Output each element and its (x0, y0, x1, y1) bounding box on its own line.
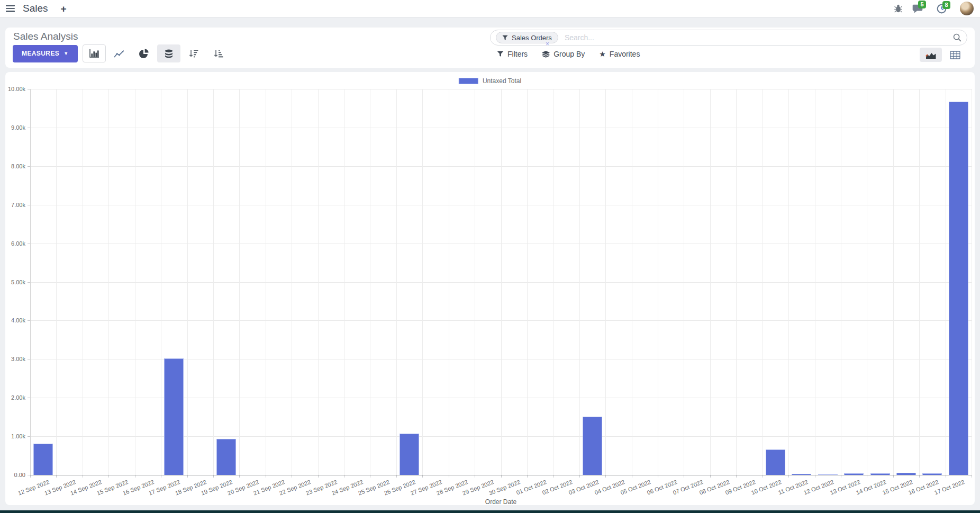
x-gridline (736, 89, 737, 475)
navbar-right: 5 8 (894, 2, 974, 15)
bar-chart-button[interactable] (83, 44, 106, 62)
x-gridline (161, 89, 161, 475)
x-gridline (841, 89, 841, 475)
x-gridline (83, 89, 83, 475)
search-bar[interactable]: Sales Orders × (490, 30, 967, 46)
x-gridline (266, 89, 266, 475)
database-icon (165, 49, 173, 58)
bug-icon[interactable] (894, 4, 902, 13)
x-gridline (422, 89, 423, 475)
pivot-table-icon (950, 51, 960, 59)
x-gridline (946, 89, 946, 475)
bar-chart-plot: 0.001.00k2.00k3.00k4.00k5.00k6.00k7.00k8… (5, 72, 975, 505)
y-axis-label: 2.00k (5, 394, 25, 401)
area-chart-icon (925, 51, 937, 59)
x-gridline (579, 89, 580, 475)
x-gridline (893, 89, 894, 475)
top-navbar: Sales + 5 8 (0, 0, 980, 17)
x-gridline (815, 89, 815, 475)
messages-count-badge: 5 (918, 1, 926, 8)
sort-ascending-button[interactable] (207, 44, 230, 62)
bottom-edge-strip (0, 510, 980, 513)
y-axis-label: 7.00k (5, 202, 25, 208)
sort-descending-button[interactable] (182, 44, 205, 62)
x-gridline (370, 89, 370, 475)
x-gridline (763, 89, 763, 475)
bar[interactable] (216, 439, 236, 475)
group-by-label: Group By (553, 50, 585, 58)
y-axis-label: 10.00k (5, 86, 25, 92)
bar[interactable] (164, 358, 184, 475)
filters-label: Filters (507, 50, 528, 58)
line-chart-icon (114, 50, 124, 58)
measures-label: MEASURES (22, 50, 59, 57)
x-gridline (553, 89, 553, 475)
filters-button[interactable]: Filters (497, 50, 528, 58)
bar[interactable] (896, 473, 916, 475)
x-gridline (919, 89, 920, 475)
bar[interactable] (766, 449, 785, 475)
bar[interactable] (33, 444, 53, 475)
bar[interactable] (400, 434, 419, 475)
stacked-toggle-button[interactable] (157, 44, 180, 62)
y-axis-label: 3.00k (5, 356, 25, 362)
y-axis-label: 1.00k (5, 433, 25, 439)
y-axis-label: 0.00 (5, 472, 25, 478)
x-gridline (187, 89, 188, 475)
x-gridline (684, 89, 684, 475)
app-name[interactable]: Sales (23, 3, 48, 14)
messages-icon[interactable]: 5 (912, 4, 923, 13)
bar[interactable] (922, 473, 942, 475)
x-gridline (318, 89, 319, 475)
y-axis-line (30, 89, 31, 475)
y-axis-label: 4.00k (5, 317, 25, 323)
activities-clock-icon[interactable]: 8 (937, 4, 947, 14)
x-axis-title: Order Date (30, 498, 972, 506)
filter-facet-icon (502, 35, 508, 41)
x-gridline (449, 89, 449, 475)
bar[interactable] (818, 474, 838, 475)
y-axis-label: 6.00k (5, 240, 25, 247)
x-gridline (108, 89, 109, 475)
plus-icon[interactable]: + (61, 4, 67, 14)
y-axis-label: 9.00k (5, 124, 25, 131)
measures-button[interactable]: MEASURES ▼ (13, 45, 78, 62)
x-gridline (867, 89, 867, 475)
filter-icon (497, 51, 504, 57)
pivot-view-button[interactable] (944, 48, 966, 62)
x-gridline (605, 89, 606, 475)
group-by-button[interactable]: Group By (542, 50, 585, 58)
bar[interactable] (844, 473, 864, 475)
x-gridline (239, 89, 240, 475)
search-input[interactable] (564, 33, 953, 42)
x-gridline (135, 89, 135, 475)
pie-chart-icon (139, 49, 149, 58)
favorites-button[interactable]: ★ Favorites (599, 50, 640, 58)
y-axis-label: 5.00k (5, 279, 25, 285)
x-gridline (344, 89, 344, 475)
view-switcher (920, 48, 966, 62)
x-gridline (292, 89, 292, 475)
search-icon[interactable] (953, 33, 961, 42)
sort-descending-icon (189, 49, 198, 58)
bar-chart-icon (89, 49, 99, 58)
y-axis-label: 8.00k (5, 163, 25, 169)
bar[interactable] (792, 474, 811, 475)
bar[interactable] (583, 417, 602, 475)
x-gridline (396, 89, 397, 475)
x-tick (972, 475, 972, 478)
navbar-left: Sales + (5, 3, 67, 14)
x-gridline (56, 89, 57, 475)
line-chart-button[interactable] (107, 44, 131, 62)
search-options: Filters Group By ★ Favorites (497, 47, 640, 61)
pie-chart-button[interactable] (132, 44, 156, 62)
user-avatar[interactable] (960, 2, 974, 15)
graph-view-button[interactable] (920, 48, 942, 62)
bar[interactable] (870, 473, 890, 475)
x-axis-line (30, 475, 972, 475)
apps-menu-icon[interactable] (5, 4, 16, 13)
bar[interactable] (949, 102, 968, 475)
chevron-down-icon: ▼ (63, 51, 68, 56)
chart-card: Untaxed Total 0.001.00k2.00k3.00k4.00k5.… (5, 72, 975, 505)
favorites-label: Favorites (610, 50, 640, 58)
